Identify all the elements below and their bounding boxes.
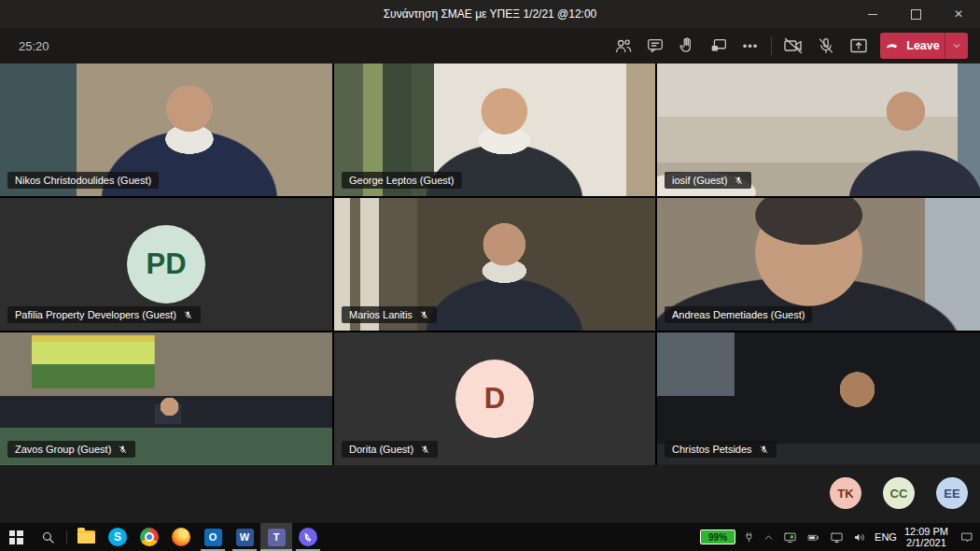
power-plug-icon[interactable] bbox=[743, 530, 755, 544]
participant-name: Zavos Group (Guest) bbox=[15, 444, 111, 455]
viber-phone-glyph bbox=[303, 532, 314, 543]
participant-name-label: Dorita (Guest) bbox=[342, 441, 438, 458]
share-screen-icon bbox=[847, 35, 870, 57]
mic-off-icon bbox=[816, 35, 836, 56]
more-options-button[interactable]: ••• bbox=[739, 35, 762, 57]
teams-icon bbox=[268, 529, 286, 546]
outlook-icon bbox=[204, 529, 222, 546]
taskbar-teams[interactable] bbox=[260, 523, 292, 551]
search-icon bbox=[40, 530, 56, 545]
battery-percentage-badge[interactable]: 99% bbox=[700, 530, 735, 544]
chrome-icon bbox=[140, 528, 159, 546]
mic-off-button[interactable] bbox=[815, 35, 837, 57]
hidden-icons-chevron[interactable] bbox=[763, 531, 775, 544]
taskbar-clock[interactable]: 12:09 PM 2/1/2021 bbox=[904, 526, 948, 548]
participant-tile-nikos-christodoulides[interactable]: Nikos Christodoulides (Guest) bbox=[0, 64, 332, 196]
call-toolbar: 25:20 bbox=[0, 28, 980, 64]
taskbar-firefox[interactable] bbox=[165, 523, 197, 551]
window-controls: ✕ bbox=[851, 0, 980, 28]
leave-button[interactable]: Leave bbox=[880, 33, 968, 59]
participant-tile-zavos-group[interactable]: Zavos Group (Guest) bbox=[0, 332, 332, 465]
taskbar-skype[interactable] bbox=[102, 523, 133, 551]
taskbar-chrome[interactable] bbox=[133, 523, 165, 551]
display-status-icon[interactable] bbox=[782, 530, 798, 544]
raise-hand-button[interactable] bbox=[676, 35, 698, 57]
share-screen-button[interactable] bbox=[847, 35, 870, 57]
participant-name: George Leptos (Guest) bbox=[349, 175, 455, 186]
overflow-participant-tk[interactable]: TK bbox=[830, 477, 861, 509]
close-button[interactable]: ✕ bbox=[937, 0, 980, 28]
start-button[interactable] bbox=[0, 523, 32, 551]
overflow-participant-cc[interactable]: CC bbox=[883, 477, 915, 509]
leave-button-main[interactable]: Leave bbox=[880, 38, 945, 53]
participant-name: Pafilia Property Developers (Guest) bbox=[15, 309, 176, 320]
taskbar-search-button[interactable] bbox=[32, 523, 63, 551]
windows-taskbar: 99% ENG 12:09 PM bbox=[0, 523, 980, 551]
firefox-icon bbox=[172, 528, 190, 546]
maximize-button[interactable] bbox=[894, 0, 937, 28]
participant-name-label: George Leptos (Guest) bbox=[342, 172, 462, 189]
video-grid: Nikos Christodoulides (Guest) George Lep… bbox=[0, 64, 980, 465]
meeting-title: Συνάντηση ΣΜΑΕ με ΥΠΕΞ 1/2/21 @12:00 bbox=[384, 7, 597, 21]
chat-icon bbox=[645, 35, 665, 56]
connect-display-icon[interactable] bbox=[829, 530, 845, 544]
participants-button[interactable] bbox=[612, 35, 635, 57]
mic-muted-icon bbox=[420, 445, 430, 455]
participant-name: Dorita (Guest) bbox=[349, 444, 413, 455]
mic-muted-icon bbox=[734, 176, 744, 186]
participant-name-label: Andreas Demetiades (Guest) bbox=[665, 306, 812, 323]
mic-muted-icon bbox=[419, 310, 429, 320]
leave-options-button[interactable] bbox=[945, 40, 968, 51]
minimize-button[interactable] bbox=[851, 0, 894, 28]
overflow-participant-ee[interactable]: EE bbox=[936, 477, 968, 509]
taskbar-viber[interactable] bbox=[292, 523, 324, 551]
toolbar-center-icons: ••• bbox=[612, 28, 762, 64]
participant-tile-iosif[interactable]: iosif (Guest) bbox=[657, 64, 980, 196]
participant-tile-dorita[interactable]: D Dorita (Guest) bbox=[334, 332, 655, 465]
word-icon bbox=[236, 529, 254, 546]
participant-name: Christos Petsides bbox=[672, 444, 752, 455]
chevron-down-icon bbox=[951, 40, 962, 51]
participant-name-label: Zavos Group (Guest) bbox=[7, 441, 135, 458]
participant-name-label: Marios Lanitis bbox=[342, 306, 437, 323]
participant-name-label: Nikos Christodoulides (Guest) bbox=[7, 172, 159, 189]
camera-off-icon bbox=[782, 35, 805, 57]
participant-tile-pafilia-property-developers[interactable]: PD Pafilia Property Developers (Guest) bbox=[0, 198, 332, 331]
taskbar-separator bbox=[66, 530, 67, 544]
participant-name-label: Pafilia Property Developers (Guest) bbox=[7, 306, 201, 323]
participant-name: Andreas Demetiades (Guest) bbox=[672, 309, 805, 320]
call-timer: 25:20 bbox=[19, 28, 49, 64]
taskbar-outlook[interactable] bbox=[197, 523, 229, 551]
avatar: D bbox=[455, 360, 534, 438]
battery-icon[interactable] bbox=[805, 531, 821, 544]
toolbar-divider bbox=[771, 36, 772, 55]
participant-tile-christos-petsides[interactable]: Christos Petsides bbox=[657, 332, 980, 465]
system-tray: 99% ENG 12:09 PM bbox=[700, 523, 980, 551]
taskbar-file-explorer[interactable] bbox=[70, 523, 102, 551]
file-explorer-icon bbox=[77, 530, 95, 544]
participant-tile-andreas-demetiades[interactable]: Andreas Demetiades (Guest) bbox=[657, 198, 980, 331]
breakout-rooms-button[interactable] bbox=[707, 35, 730, 57]
leave-button-label: Leave bbox=[906, 39, 939, 52]
action-center-icon[interactable] bbox=[959, 530, 974, 544]
avatar: PD bbox=[127, 225, 205, 304]
participant-tile-george-leptos[interactable]: George Leptos (Guest) bbox=[334, 64, 655, 196]
teams-meeting-window: Συνάντηση ΣΜΑΕ με ΥΠΕΞ 1/2/21 @12:00 ✕ 2… bbox=[0, 0, 980, 551]
language-indicator[interactable]: ENG bbox=[875, 531, 897, 543]
taskbar-word[interactable] bbox=[229, 523, 260, 551]
participant-tile-marios-lanitis[interactable]: Marios Lanitis bbox=[334, 198, 655, 331]
people-icon bbox=[613, 35, 634, 56]
toolbar-device-icons bbox=[782, 28, 870, 64]
clock-time: 12:09 PM bbox=[904, 526, 948, 537]
mic-muted-icon bbox=[759, 445, 769, 455]
chat-button[interactable] bbox=[644, 35, 666, 57]
participant-name-label: Christos Petsides bbox=[665, 441, 777, 458]
camera-off-button[interactable] bbox=[782, 35, 805, 57]
skype-icon bbox=[108, 528, 127, 546]
hang-up-icon bbox=[885, 38, 900, 53]
maximize-icon bbox=[911, 9, 921, 20]
raised-hand-icon bbox=[677, 35, 697, 56]
volume-icon[interactable] bbox=[852, 530, 867, 544]
viber-icon bbox=[299, 528, 317, 546]
windows-logo-icon bbox=[9, 530, 23, 544]
